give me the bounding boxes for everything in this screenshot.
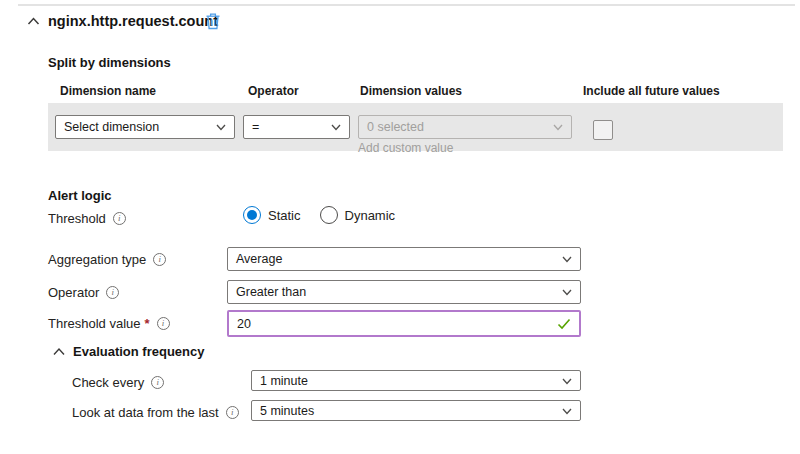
aggregation-type-select[interactable]: Average [227, 247, 581, 271]
operator-select[interactable]: Greater than [227, 280, 581, 304]
evaluation-frequency-title: Evaluation frequency [73, 344, 204, 359]
chevron-down-icon [561, 375, 573, 387]
threshold-radio-group: Static Dynamic [243, 206, 405, 224]
threshold-value-input[interactable] [229, 317, 557, 331]
threshold-label: Threshold [48, 211, 106, 226]
chevron-down-icon [552, 121, 564, 133]
dimension-row: Select dimension = 0 selected Add custom… [48, 103, 783, 151]
chevron-down-icon [215, 121, 227, 133]
threshold-value-field [227, 310, 581, 337]
column-header-dimension-name: Dimension name [60, 84, 156, 98]
radio-button-unselected[interactable] [320, 206, 338, 224]
operator-label-row: Operator i [48, 285, 119, 300]
include-future-values-checkbox[interactable] [593, 120, 613, 140]
chevron-down-icon [561, 253, 573, 265]
chevron-up-icon[interactable] [27, 16, 40, 26]
column-header-include-future: Include all future values [583, 84, 720, 98]
radio-static[interactable]: Static [243, 206, 301, 224]
required-asterisk: * [145, 316, 150, 331]
info-icon[interactable]: i [113, 212, 126, 225]
threshold-value-label-row: Threshold value * i [48, 316, 170, 331]
trash-icon[interactable] [205, 12, 221, 30]
section-divider [18, 4, 795, 6]
operator-label: Operator [48, 285, 99, 300]
dimension-name-select[interactable]: Select dimension [55, 115, 235, 139]
lookback-label-row: Look at data from the last i [72, 405, 239, 420]
radio-button-selected[interactable] [243, 206, 261, 224]
info-icon[interactable]: i [226, 406, 239, 419]
info-icon[interactable]: i [106, 286, 119, 299]
lookback-select[interactable]: 5 minutes [251, 400, 581, 421]
threshold-value-label: Threshold value [48, 316, 141, 331]
dimension-values-select-value: 0 selected [367, 120, 424, 134]
info-icon[interactable]: i [157, 317, 170, 330]
dimension-name-select-value: Select dimension [64, 120, 159, 134]
operator-select-value: Greater than [236, 285, 306, 299]
aggregation-type-label-row: Aggregation type i [48, 252, 166, 267]
add-custom-value-link[interactable]: Add custom value [358, 141, 453, 155]
aggregation-type-select-value: Average [236, 252, 282, 266]
lookback-label: Look at data from the last [72, 405, 219, 420]
lookback-select-value: 5 minutes [260, 404, 314, 418]
dimension-operator-select-value: = [252, 120, 259, 134]
dimension-operator-select[interactable]: = [243, 115, 350, 139]
check-every-label-row: Check every i [72, 375, 164, 390]
metric-title: nginx.http.request.count [48, 13, 218, 29]
column-header-dimension-values: Dimension values [360, 84, 462, 98]
radio-static-label: Static [268, 208, 301, 223]
check-every-select-value: 1 minute [260, 374, 308, 388]
aggregation-type-label: Aggregation type [48, 252, 146, 267]
chevron-down-icon [561, 286, 573, 298]
check-every-label: Check every [72, 375, 144, 390]
info-icon[interactable]: i [151, 376, 164, 389]
radio-dynamic-label: Dynamic [345, 208, 396, 223]
column-header-operator: Operator [248, 84, 299, 98]
valid-check-icon [557, 318, 571, 330]
chevron-up-icon[interactable] [53, 347, 65, 356]
dimension-values-select[interactable]: 0 selected [358, 115, 572, 139]
chevron-down-icon [330, 121, 342, 133]
alert-logic-title: Alert logic [48, 188, 112, 203]
chevron-down-icon [561, 405, 573, 417]
split-by-dimensions-title: Split by dimensions [48, 55, 171, 70]
radio-dynamic[interactable]: Dynamic [320, 206, 396, 224]
check-every-select[interactable]: 1 minute [251, 370, 581, 391]
info-icon[interactable]: i [153, 253, 166, 266]
threshold-label-row: Threshold i [48, 211, 126, 226]
